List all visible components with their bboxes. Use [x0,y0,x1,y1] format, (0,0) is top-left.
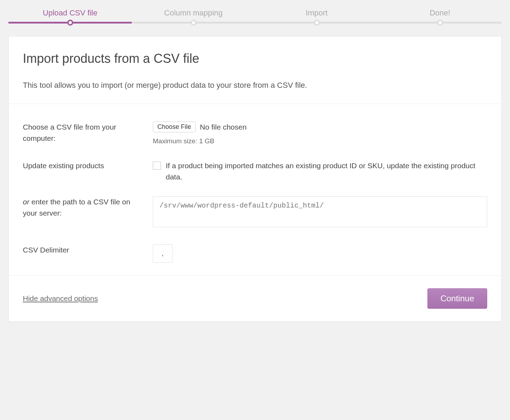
step-circle-3 [314,20,320,26]
update-existing-label: Update existing products [23,160,153,171]
step-column-mapping[interactable]: Column mapping [132,7,255,19]
choose-file-button[interactable]: Choose File [153,122,196,132]
stepper: Upload CSV file Column mapping Import Do… [8,0,502,36]
step-import[interactable]: Import [255,7,378,19]
toggle-advanced-options-link[interactable]: Hide advanced options [23,293,98,304]
page-title: Import products from a CSV file [23,49,487,68]
step-circle-1 [67,20,73,26]
step-upload-csv[interactable]: Upload CSV file [8,7,132,19]
csv-delimiter-input[interactable] [153,244,172,263]
server-path-label-text: enter the path to a CSV file on your ser… [23,198,130,217]
step-circle-2 [190,20,196,26]
step-done[interactable]: Done! [378,7,502,19]
server-path-prefix: or [23,198,32,206]
update-existing-description: If a product being imported matches an e… [166,160,487,182]
max-size-hint: Maximum size: 1 GB [153,136,487,146]
update-existing-checkbox[interactable] [153,162,161,170]
import-card: Import products from a CSV file This too… [8,36,502,322]
server-path-label: or enter the path to a CSV file on your … [23,196,153,218]
continue-button[interactable]: Continue [427,288,487,309]
csv-delimiter-label: CSV Delimiter [23,244,153,256]
step-circle-4 [437,20,443,26]
file-chosen-status: No file chosen [200,122,247,133]
server-path-input[interactable] [153,196,487,227]
choose-file-label: Choose a CSV file from your computer: [23,122,153,144]
page-description: This tool allows you to import (or merge… [23,79,487,91]
